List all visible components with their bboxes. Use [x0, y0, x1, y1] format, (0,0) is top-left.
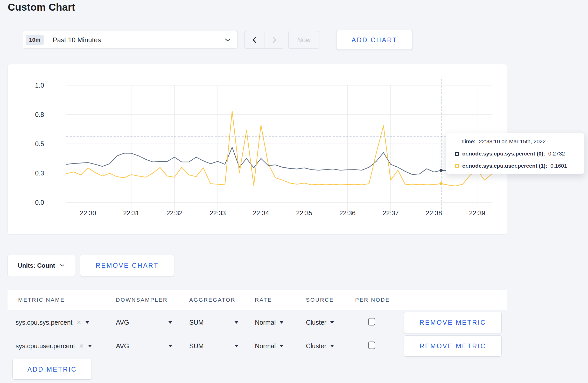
- next-time-button[interactable]: [264, 31, 284, 48]
- svg-text:22:39: 22:39: [469, 209, 485, 217]
- svg-text:0.8: 0.8: [35, 111, 44, 118]
- metric-row: sys.cpu.sys.percent × AVG SUM Normal Clu…: [0, 312, 588, 333]
- tooltip-series-value: 0.2732: [548, 151, 565, 157]
- chevron-left-icon: [251, 37, 258, 43]
- tooltip-time-row: Time: 22:38:10 on Mar 15th, 2022: [461, 138, 577, 145]
- aggregator-value: SUM: [189, 342, 204, 350]
- svg-text:22:33: 22:33: [209, 209, 226, 217]
- metric-name-value: sys.cpu.user.percent: [16, 342, 75, 350]
- column-header-rate: RATE: [255, 290, 272, 310]
- chart-tooltip: Time: 22:38:10 on Mar 15th, 2022 cr.node…: [446, 133, 585, 174]
- svg-text:22:35: 22:35: [296, 209, 312, 217]
- tooltip-series-label: cr.node.sys.cpu.user.percent (1):: [462, 163, 547, 169]
- time-range-badge: 10m: [26, 35, 44, 45]
- tooltip-series-value: 0.1601: [550, 163, 567, 169]
- chevron-down-icon: [225, 38, 230, 42]
- svg-text:1.0: 1.0: [35, 82, 44, 89]
- tooltip-series-row: cr.node.sys.cpu.user.percent (1): 0.1601: [455, 163, 577, 169]
- dropdown-caret-icon: [330, 321, 334, 324]
- remove-chart-button[interactable]: REMOVE CHART: [80, 255, 174, 276]
- source-select[interactable]: Cluster: [306, 312, 334, 333]
- add-chart-button[interactable]: ADD CHART: [336, 30, 413, 50]
- page-title: Custom Chart: [8, 2, 75, 13]
- svg-text:22:34: 22:34: [253, 209, 269, 217]
- metric-name-value: sys.cpu.sys.percent: [16, 319, 73, 326]
- svg-text:0.5: 0.5: [35, 140, 44, 147]
- remove-metric-button[interactable]: REMOVE METRIC: [404, 312, 502, 333]
- source-select[interactable]: Cluster: [306, 335, 334, 357]
- per-node-checkbox[interactable]: [368, 342, 375, 349]
- previous-time-button[interactable]: [245, 31, 264, 48]
- downsampler-value: AVG: [116, 342, 129, 350]
- chart-card: 0.00.30.50.81.022:3022:3122:3222:3322:34…: [8, 64, 507, 235]
- series-swatch-icon: [455, 164, 459, 168]
- aggregator-value: SUM: [189, 319, 204, 326]
- svg-text:22:30: 22:30: [80, 209, 96, 217]
- time-range-nav: [244, 31, 284, 49]
- tooltip-series-label: cr.node.sys.cpu.sys.percent (0):: [462, 151, 545, 157]
- time-range-dropdown[interactable]: 10m Past 10 Minutes: [23, 31, 237, 49]
- column-header-downsampler: DOWNSAMPLER: [116, 290, 168, 310]
- remove-chart-label: REMOVE CHART: [96, 262, 159, 269]
- column-header-metric-name: METRIC NAME: [18, 290, 65, 310]
- series-swatch-icon: [455, 152, 459, 156]
- dropdown-caret-icon: [85, 321, 89, 324]
- clear-icon[interactable]: ×: [77, 318, 81, 326]
- tooltip-time-value: 22:38:10 on Mar 15th, 2022: [479, 138, 546, 145]
- downsampler-value: AVG: [116, 319, 129, 326]
- metric-name-select[interactable]: sys.cpu.user.percent ×: [16, 335, 92, 357]
- chevron-down-icon: [60, 264, 65, 267]
- dropdown-caret-icon: [330, 345, 334, 347]
- per-node-checkbox[interactable]: [368, 318, 375, 325]
- remove-metric-button[interactable]: REMOVE METRIC: [404, 335, 502, 357]
- svg-text:22:36: 22:36: [339, 209, 356, 217]
- units-dropdown[interactable]: Units: Count: [8, 255, 75, 276]
- timeseries-chart-svg[interactable]: 0.00.30.50.81.022:3022:3122:3222:3322:34…: [8, 64, 507, 234]
- add-metric-label: ADD METRIC: [27, 366, 77, 373]
- chevron-right-icon: [271, 37, 277, 43]
- dropdown-caret-icon: [234, 345, 239, 347]
- rate-value: Normal: [255, 342, 276, 350]
- rate-select[interactable]: Normal: [255, 312, 284, 333]
- add-metric-button[interactable]: ADD METRIC: [12, 359, 92, 380]
- rate-value: Normal: [255, 319, 276, 326]
- metric-row: sys.cpu.user.percent × AVG SUM Normal Cl…: [0, 335, 588, 357]
- dropdown-caret-icon: [88, 345, 92, 347]
- metrics-table-header: METRIC NAME DOWNSAMPLER AGGREGATOR RATE …: [8, 290, 507, 310]
- tooltip-time-label: Time:: [461, 138, 476, 145]
- now-button[interactable]: Now: [288, 31, 319, 49]
- svg-text:22:32: 22:32: [166, 209, 183, 217]
- svg-text:22:31: 22:31: [123, 209, 139, 217]
- add-chart-label: ADD CHART: [352, 36, 397, 44]
- aggregator-select[interactable]: SUM: [189, 312, 239, 333]
- column-header-source: SOURCE: [306, 290, 334, 310]
- toolbar-divider: [20, 31, 20, 48]
- remove-metric-label: REMOVE METRIC: [419, 342, 486, 350]
- dropdown-caret-icon: [168, 345, 172, 347]
- dropdown-caret-icon: [168, 321, 172, 324]
- svg-text:0.0: 0.0: [35, 199, 44, 206]
- downsampler-select[interactable]: AVG: [116, 312, 172, 333]
- clear-icon[interactable]: ×: [79, 342, 84, 350]
- metric-name-select[interactable]: sys.cpu.sys.percent ×: [16, 312, 89, 333]
- source-value: Cluster: [306, 319, 326, 326]
- tooltip-series-row: cr.node.sys.cpu.sys.percent (0): 0.2732: [455, 151, 577, 157]
- time-range-label: Past 10 Minutes: [53, 36, 225, 44]
- units-label: Units: Count: [18, 262, 55, 269]
- dropdown-caret-icon: [279, 345, 284, 347]
- svg-text:0.3: 0.3: [35, 169, 44, 177]
- now-button-label: Now: [297, 36, 311, 44]
- column-header-per-node: PER NODE: [355, 290, 390, 310]
- source-value: Cluster: [306, 342, 326, 350]
- remove-metric-label: REMOVE METRIC: [419, 319, 486, 326]
- rate-select[interactable]: Normal: [255, 335, 284, 357]
- column-header-aggregator: AGGREGATOR: [189, 290, 236, 310]
- dropdown-caret-icon: [279, 321, 284, 324]
- aggregator-select[interactable]: SUM: [189, 335, 239, 357]
- svg-text:22:38: 22:38: [426, 209, 442, 217]
- dropdown-caret-icon: [234, 321, 239, 324]
- svg-text:22:37: 22:37: [383, 209, 399, 217]
- downsampler-select[interactable]: AVG: [116, 335, 172, 357]
